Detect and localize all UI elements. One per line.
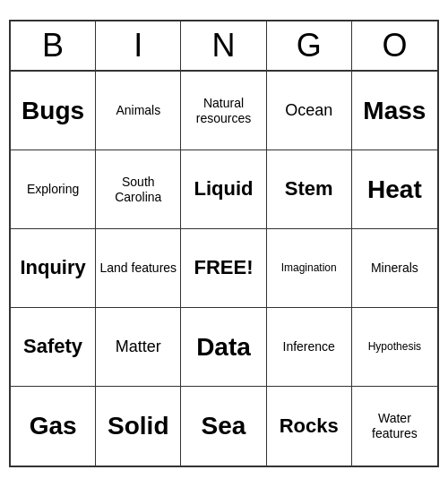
cell-text: Safety	[23, 335, 82, 358]
cell-text: Mass	[363, 96, 426, 126]
bingo-header: BINGO	[11, 21, 437, 72]
bingo-cell: Safety	[11, 308, 96, 387]
bingo-cell: Inquiry	[11, 229, 96, 308]
cell-text: Water features	[356, 411, 434, 441]
bingo-cell: Stem	[267, 150, 352, 229]
cell-text: Imagination	[281, 261, 337, 274]
cell-text: Liquid	[194, 177, 254, 201]
cell-text: South Carolina	[99, 175, 177, 205]
cell-text: Minerals	[371, 261, 418, 276]
cell-text: Solid	[108, 411, 168, 441]
cell-text: Sea	[202, 411, 246, 441]
bingo-cell: Matter	[96, 308, 181, 387]
cell-text: Exploring	[27, 182, 79, 197]
bingo-letter: B	[11, 21, 96, 70]
bingo-cell: South Carolina	[96, 150, 181, 229]
cell-text: Inquiry	[20, 256, 85, 279]
bingo-card: BINGO BugsAnimalsNatural resourcesOceanM…	[9, 20, 439, 467]
bingo-letter: N	[181, 21, 266, 70]
bingo-cell: Liquid	[181, 150, 266, 229]
bingo-cell: Rocks	[267, 387, 352, 466]
bingo-letter: O	[352, 21, 437, 70]
cell-text: FREE!	[194, 256, 253, 279]
cell-text: Inference	[283, 339, 335, 355]
bingo-cell: Minerals	[352, 229, 437, 308]
bingo-letter: I	[96, 21, 181, 70]
cell-text: Heat	[367, 175, 422, 205]
bingo-cell: Heat	[352, 150, 437, 229]
bingo-cell: Exploring	[11, 150, 96, 229]
cell-text: Hypothesis	[368, 340, 421, 353]
cell-text: Gas	[30, 411, 77, 441]
cell-text: Animals	[116, 103, 160, 118]
bingo-cell: Sea	[181, 387, 266, 466]
cell-text: Matter	[116, 337, 161, 357]
bingo-cell: Animals	[96, 72, 181, 150]
bingo-cell: Mass	[352, 72, 437, 150]
cell-text: Bugs	[22, 96, 84, 126]
bingo-cell: Water features	[352, 387, 437, 466]
cell-text: Rocks	[280, 414, 339, 438]
cell-text: Data	[196, 332, 251, 363]
cell-text: Ocean	[285, 101, 332, 121]
bingo-cell: Imagination	[267, 229, 352, 308]
bingo-cell: Ocean	[267, 72, 352, 150]
bingo-cell: Hypothesis	[352, 308, 437, 387]
bingo-grid: BugsAnimalsNatural resourcesOceanMassExp…	[11, 72, 437, 466]
bingo-cell: Inference	[267, 308, 352, 387]
bingo-cell: Natural resources	[181, 72, 266, 150]
cell-text: Land features	[99, 261, 177, 276]
bingo-letter: G	[267, 21, 352, 70]
bingo-cell: FREE!	[181, 229, 266, 308]
bingo-cell: Data	[181, 308, 266, 387]
bingo-cell: Solid	[96, 387, 181, 466]
bingo-cell: Land features	[96, 229, 181, 308]
bingo-cell: Bugs	[11, 72, 96, 150]
bingo-cell: Gas	[11, 387, 96, 466]
cell-text: Stem	[285, 177, 333, 201]
cell-text: Natural resources	[185, 96, 262, 126]
